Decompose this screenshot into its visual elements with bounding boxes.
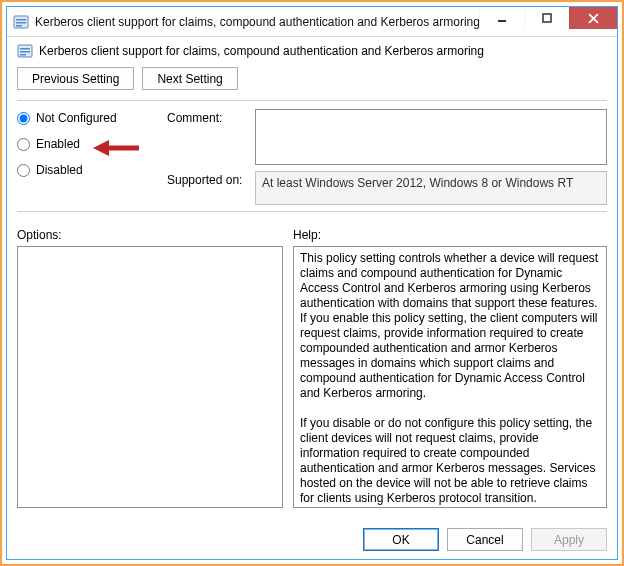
cancel-button[interactable]: Cancel (447, 528, 523, 551)
divider (17, 100, 607, 101)
svg-rect-8 (20, 51, 30, 53)
radio-enabled-label: Enabled (36, 137, 80, 151)
window-title: Kerberos client support for claims, comp… (35, 15, 479, 29)
right-column: Comment: Supported on: (167, 109, 607, 205)
content-area: Kerberos client support for claims, comp… (7, 37, 617, 518)
divider (17, 211, 607, 212)
state-radios: Not Configured Enabled Disabled (17, 109, 147, 205)
radio-disabled[interactable]: Disabled (17, 163, 147, 177)
comment-block: Comment: (167, 109, 607, 165)
lower-panels: Options: Help: This policy setting contr… (17, 228, 607, 508)
apply-button: Apply (531, 528, 607, 551)
policy-icon (17, 43, 33, 59)
subtitle-text: Kerberos client support for claims, comp… (39, 44, 484, 58)
help-box[interactable]: This policy setting controls whether a d… (293, 246, 607, 508)
svg-rect-9 (20, 54, 26, 56)
svg-rect-1 (16, 19, 26, 21)
dialog-window: Kerberos client support for claims, comp… (6, 6, 618, 560)
close-button[interactable] (569, 7, 617, 29)
radio-disabled-input[interactable] (17, 164, 30, 177)
config-row: Not Configured Enabled Disabled Commen (17, 109, 607, 205)
help-label: Help: (293, 228, 607, 242)
supported-block: Supported on: (167, 171, 607, 205)
options-column: Options: (17, 228, 283, 508)
svg-rect-2 (16, 22, 26, 24)
svg-rect-7 (20, 48, 30, 50)
policy-icon (13, 14, 29, 30)
ok-button[interactable]: OK (363, 528, 439, 551)
next-setting-button[interactable]: Next Setting (142, 67, 237, 90)
svg-rect-4 (498, 20, 506, 22)
maximize-button[interactable] (524, 7, 569, 29)
nav-row: Previous Setting Next Setting (17, 67, 607, 90)
radio-not-configured[interactable]: Not Configured (17, 111, 147, 125)
window-controls (479, 7, 617, 36)
supported-on-value (255, 171, 607, 205)
previous-setting-button[interactable]: Previous Setting (17, 67, 134, 90)
radio-enabled[interactable]: Enabled (17, 137, 147, 151)
radio-enabled-input[interactable] (17, 138, 30, 151)
titlebar[interactable]: Kerberos client support for claims, comp… (7, 7, 617, 37)
radio-not-configured-label: Not Configured (36, 111, 117, 125)
footer-buttons: OK Cancel Apply (7, 518, 617, 559)
options-label: Options: (17, 228, 283, 242)
supported-on-label: Supported on: (167, 171, 247, 205)
comment-label: Comment: (167, 109, 247, 165)
help-column: Help: This policy setting controls wheth… (293, 228, 607, 508)
subtitle-row: Kerberos client support for claims, comp… (17, 43, 607, 59)
radio-disabled-label: Disabled (36, 163, 83, 177)
comment-input[interactable] (255, 109, 607, 165)
minimize-button[interactable] (479, 7, 524, 29)
svg-rect-3 (16, 25, 22, 27)
svg-rect-5 (543, 14, 551, 22)
options-box[interactable] (17, 246, 283, 508)
radio-not-configured-input[interactable] (17, 112, 30, 125)
